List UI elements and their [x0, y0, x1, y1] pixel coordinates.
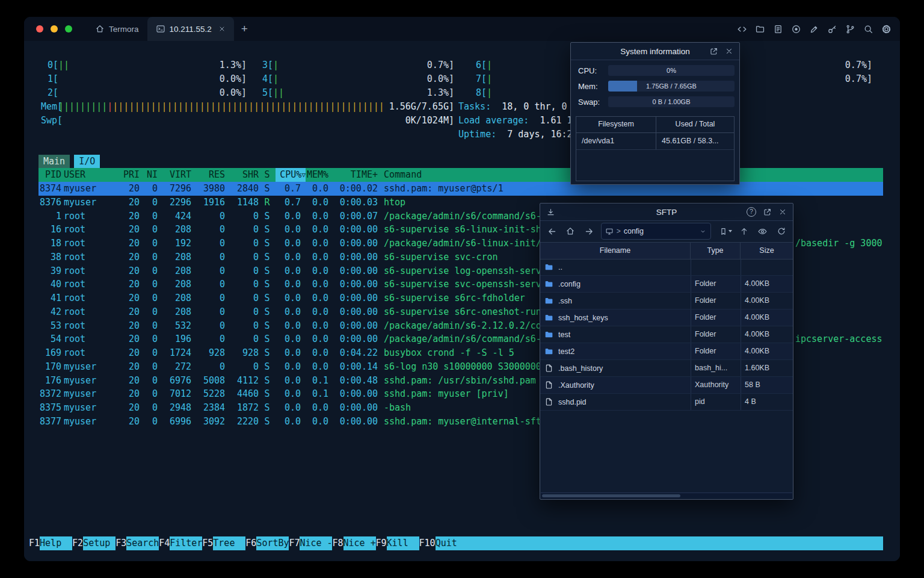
- close-tab-icon[interactable]: [218, 25, 226, 33]
- folder-icon[interactable]: [755, 24, 765, 34]
- column-virt[interactable]: VIRT: [158, 168, 191, 182]
- htop-screen-tab[interactable]: I/O: [74, 155, 100, 168]
- home-icon[interactable]: [564, 224, 578, 238]
- function-key[interactable]: F9 Kill: [376, 536, 419, 550]
- zoom-window-button[interactable]: [65, 25, 72, 33]
- file-name: ssh_host_keys: [557, 314, 691, 322]
- close-window-button[interactable]: [36, 25, 43, 33]
- show-hidden-eye-icon[interactable]: [756, 224, 769, 238]
- forward-icon[interactable]: [582, 224, 596, 238]
- column-ni[interactable]: NI: [140, 168, 158, 182]
- settings-gear-icon[interactable]: [881, 24, 892, 34]
- close-panel-icon[interactable]: [722, 45, 736, 58]
- mem-meter: Mem[ |||||||||||||||||||||||||||||||||||…: [41, 100, 454, 114]
- popout-icon[interactable]: [707, 45, 720, 58]
- process-pri: 20: [122, 332, 140, 346]
- help-icon[interactable]: ?: [745, 205, 758, 219]
- column-mem[interactable]: MEM%: [306, 168, 331, 182]
- bookmark-icon[interactable]: [718, 224, 732, 238]
- back-icon[interactable]: [545, 224, 559, 238]
- column-shr[interactable]: SHR: [225, 168, 259, 182]
- process-virt: 208: [158, 291, 191, 305]
- search-icon[interactable]: [863, 24, 873, 34]
- cpu-meter-label: 4[: [256, 72, 273, 86]
- branch-icon[interactable]: [845, 24, 855, 34]
- key-icon[interactable]: [827, 24, 837, 34]
- process-res: 3092: [191, 415, 225, 429]
- computer-icon: [605, 227, 614, 235]
- process-shr: 0: [225, 223, 259, 237]
- function-key[interactable]: F6 SortBy: [245, 536, 289, 550]
- close-panel-icon[interactable]: [776, 205, 789, 219]
- function-key[interactable]: F1 Help: [29, 536, 72, 550]
- process-ni: 0: [140, 415, 158, 429]
- chevron-down-icon[interactable]: [699, 228, 707, 235]
- minimize-window-button[interactable]: [51, 25, 58, 33]
- function-key[interactable]: F10 Quit: [419, 536, 468, 550]
- scrollbar-thumb[interactable]: [542, 494, 680, 497]
- column-user[interactable]: USER: [61, 168, 122, 182]
- size-column[interactable]: Size: [741, 243, 793, 259]
- column-state[interactable]: S: [259, 168, 276, 182]
- function-key[interactable]: F4 Filter: [159, 536, 202, 550]
- system-info-titlebar[interactable]: System information: [571, 43, 739, 60]
- file-row[interactable]: test Folder 4.00KB: [540, 326, 793, 343]
- function-key[interactable]: F8 Nice +: [332, 536, 375, 550]
- cpu-meters: 0[ || 1.3%] 1[ 0.0%] 2[ 0.0%]: [41, 58, 872, 100]
- process-state: S: [259, 182, 276, 196]
- session-tab-label: 10.211.55.2: [170, 25, 212, 34]
- refresh-icon[interactable]: [774, 224, 788, 238]
- record-icon[interactable]: [791, 24, 801, 34]
- function-key[interactable]: F3 Search: [116, 536, 159, 550]
- function-key[interactable]: F7 Nice -: [289, 536, 332, 550]
- file-row[interactable]: ssh_host_keys Folder 4.00KB: [540, 309, 793, 326]
- tab-session[interactable]: 10.211.55.2: [147, 17, 234, 41]
- new-tab-button[interactable]: +: [234, 17, 255, 41]
- edit-icon[interactable]: [809, 24, 819, 34]
- function-key[interactable]: F2 Setup: [72, 536, 116, 550]
- filesystem-row[interactable]: /dev/vda1 45.61GB / 58.3...: [576, 133, 734, 150]
- file-row[interactable]: .Xauthority Xauthority 58 B: [540, 377, 793, 394]
- file-row[interactable]: ..: [540, 259, 793, 276]
- popout-icon[interactable]: [760, 205, 774, 219]
- htop-screen-tab[interactable]: Main: [38, 155, 70, 168]
- column-cpu-label: CPU%: [280, 168, 301, 182]
- type-column[interactable]: Type: [691, 243, 741, 259]
- function-key[interactable]: F5 Tree: [202, 536, 245, 550]
- process-table-header: PID USER PRI NI VIRT RES SHR S CPU%▽ MEM…: [38, 168, 883, 182]
- breadcrumb-separator: >: [617, 227, 621, 235]
- sftp-titlebar[interactable]: SFTP ?: [540, 204, 793, 221]
- horizontal-scrollbar[interactable]: [541, 493, 792, 499]
- process-time: 0:00.00: [331, 237, 381, 250]
- column-pid[interactable]: PID: [38, 168, 61, 182]
- process-pid: 170: [38, 360, 61, 374]
- column-pri[interactable]: PRI: [122, 168, 140, 182]
- process-virt: 2296: [158, 196, 191, 210]
- file-row[interactable]: .config Folder 4.00KB: [540, 276, 793, 293]
- system-information-panel: System information CPU: 0% Mem: 1.75GB /…: [570, 42, 740, 185]
- column-cpu-sorted[interactable]: CPU%▽: [276, 168, 306, 182]
- process-time: 0:00.48: [331, 374, 381, 388]
- file-table-header: Filename Type Size: [540, 242, 793, 259]
- file-row[interactable]: .bash_history bash_hi... 1.60KB: [540, 360, 793, 377]
- file-row[interactable]: .ssh Folder 4.00KB: [540, 293, 793, 309]
- process-mem: 0.0: [306, 415, 331, 429]
- up-directory-icon[interactable]: [737, 224, 751, 238]
- process-row[interactable]: 8374 myuser 20 0 7296 3980 2840 S 0.7 0.…: [38, 182, 883, 196]
- column-time[interactable]: TIME+: [331, 168, 381, 182]
- process-virt: 7296: [158, 182, 191, 196]
- path-breadcrumb[interactable]: > config: [601, 223, 712, 240]
- transfers-icon[interactable]: [544, 205, 557, 219]
- file-row[interactable]: sshd.pid pid 4 B: [540, 394, 793, 411]
- tab-termora-home[interactable]: Termora: [87, 17, 147, 41]
- mem-meter-label: Mem[: [41, 100, 58, 114]
- code-icon[interactable]: [737, 24, 747, 34]
- column-res[interactable]: RES: [191, 168, 225, 182]
- filename-column[interactable]: Filename: [540, 243, 691, 259]
- swap-usage-value: 0 B / 1.00GB: [608, 96, 735, 107]
- snippets-icon[interactable]: [773, 24, 783, 34]
- stat-label: Load average:: [458, 115, 534, 126]
- process-mem: 0.0: [306, 264, 331, 278]
- file-row[interactable]: test2 Folder 4.00KB: [540, 343, 793, 360]
- filesystem-column: Filesystem: [576, 117, 656, 132]
